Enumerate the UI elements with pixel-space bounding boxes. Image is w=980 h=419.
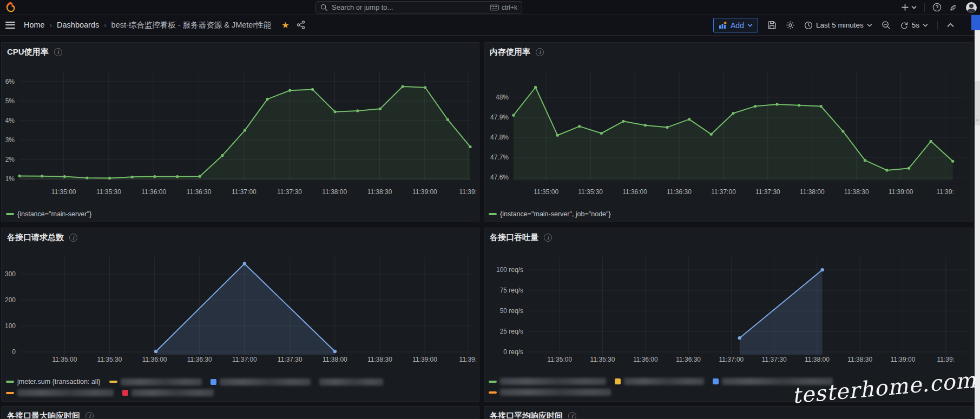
data-point[interactable] — [243, 262, 246, 265]
time-range-picker[interactable]: Last 5 minutes — [804, 21, 872, 30]
clock-icon — [804, 21, 813, 30]
data-point[interactable] — [63, 175, 66, 178]
x-axis-tick-label: 11:35:00 — [547, 356, 572, 363]
panel-title[interactable]: 各接口平均响应时间 — [490, 411, 563, 419]
data-point[interactable] — [732, 112, 734, 115]
data-point[interactable] — [775, 103, 778, 105]
data-point[interactable] — [930, 140, 932, 143]
data-point[interactable] — [754, 105, 757, 108]
panel-title[interactable]: 内存使用率 — [490, 47, 530, 57]
menu-toggle-icon[interactable] — [5, 22, 15, 29]
data-point[interactable] — [356, 109, 359, 112]
data-point[interactable] — [556, 134, 559, 137]
data-point[interactable] — [131, 176, 134, 178]
data-point[interactable] — [18, 175, 21, 177]
data-point[interactable] — [622, 120, 624, 123]
legend-item[interactable] — [211, 378, 311, 385]
grafana-logo[interactable] — [4, 1, 16, 13]
panel-title[interactable]: CPU使用率 — [7, 47, 49, 57]
data-point[interactable] — [401, 85, 404, 88]
data-point[interactable] — [710, 133, 713, 136]
data-point[interactable] — [199, 175, 201, 178]
data-point[interactable] — [864, 159, 866, 162]
favorite-star-icon[interactable]: ★ — [281, 20, 289, 30]
data-point[interactable] — [334, 110, 337, 113]
data-point[interactable] — [644, 124, 647, 127]
data-point[interactable] — [469, 145, 471, 148]
scrollbar-top-segment[interactable] — [971, 15, 980, 30]
save-dashboard-icon[interactable] — [767, 21, 777, 30]
data-point[interactable] — [885, 169, 888, 171]
data-point[interactable] — [820, 105, 823, 108]
data-point[interactable] — [446, 118, 449, 121]
data-point[interactable] — [688, 118, 690, 121]
data-point[interactable] — [798, 104, 800, 107]
collapse-up-icon[interactable] — [947, 23, 954, 28]
breadcrumb-home[interactable]: Home — [24, 21, 45, 29]
legend-item[interactable]: {instance="main-server"} — [6, 210, 91, 218]
info-icon[interactable]: i — [568, 412, 576, 419]
search-input[interactable]: Search or jump to... ctrl+k — [315, 1, 522, 14]
data-point[interactable] — [820, 268, 824, 271]
settings-icon[interactable] — [786, 21, 795, 30]
data-point[interactable] — [512, 114, 515, 117]
x-axis-tick-label: 11:39:00 — [889, 188, 913, 196]
data-point[interactable] — [841, 130, 844, 132]
data-point[interactable] — [600, 132, 603, 135]
breadcrumb-current-dashboard: best-综合监控看板 - 服务器资源 & JMeter性能 — [111, 20, 272, 30]
total-requests-chart[interactable]: 010020030011:35:0011:35:3011:36:0011:36:… — [2, 247, 479, 376]
legend-item[interactable] — [122, 389, 214, 396]
data-point[interactable] — [244, 129, 246, 131]
zoom-out-icon[interactable] — [882, 21, 891, 30]
data-point[interactable] — [333, 350, 337, 353]
help-icon[interactable] — [932, 3, 942, 12]
legend-item[interactable] — [713, 378, 833, 385]
legend-item[interactable] — [319, 378, 383, 385]
legend-item[interactable]: {instance="main-server", job="node"} — [489, 210, 611, 218]
data-point[interactable] — [311, 88, 314, 91]
data-point[interactable] — [738, 336, 741, 340]
panel-title[interactable]: 各接口最大响应时间 — [7, 411, 80, 419]
new-menu-button[interactable] — [901, 3, 917, 11]
data-point[interactable] — [666, 126, 669, 129]
panel-title[interactable]: 各接口请求总数 — [7, 232, 64, 243]
legend-item[interactable] — [6, 389, 114, 396]
data-point[interactable] — [85, 176, 88, 179]
throughput-chart[interactable]: 0 req/s25 req/s50 req/s75 req/s100 req/s… — [484, 247, 973, 376]
data-point[interactable] — [153, 175, 156, 178]
share-icon[interactable] — [297, 21, 305, 29]
data-point[interactable] — [907, 167, 910, 170]
data-point[interactable] — [41, 175, 43, 177]
data-point[interactable] — [154, 350, 157, 353]
info-icon[interactable]: i — [69, 234, 77, 242]
info-icon[interactable]: i — [536, 48, 544, 56]
info-icon[interactable]: i — [54, 48, 62, 56]
data-point[interactable] — [176, 175, 179, 178]
data-point[interactable] — [108, 177, 111, 179]
legend-item[interactable]: jmeter.sum {transaction: all} — [6, 378, 101, 385]
user-avatar[interactable] — [966, 2, 977, 13]
info-icon[interactable]: i — [85, 412, 94, 419]
x-axis-tick-label: 11:35:30 — [96, 188, 121, 196]
refresh-control[interactable]: 5s — [900, 21, 928, 30]
data-point[interactable] — [951, 160, 954, 163]
legend-item[interactable] — [615, 378, 704, 385]
info-icon[interactable]: i — [544, 234, 552, 242]
data-point[interactable] — [424, 86, 426, 89]
data-point[interactable] — [266, 98, 269, 101]
cpu-usage-chart[interactable]: 1%2%3%4%5%6%11:35:0011:35:3011:36:0011:3… — [2, 61, 479, 197]
add-button[interactable]: Add — [713, 18, 758, 32]
memory-usage-chart[interactable]: 47.6%47.7%47.8%47.9%48%11:35:0011:35:301… — [484, 61, 973, 197]
data-point[interactable] — [534, 86, 537, 89]
legend-item[interactable] — [489, 378, 606, 385]
data-point[interactable] — [578, 125, 581, 128]
scrollbar-thumb[interactable] — [975, 81, 980, 125]
data-point[interactable] — [288, 89, 291, 92]
legend-item[interactable] — [489, 389, 611, 396]
breadcrumb-dashboards[interactable]: Dashboards — [57, 21, 99, 29]
legend-item[interactable] — [109, 378, 202, 385]
data-point[interactable] — [221, 154, 223, 157]
panel-title[interactable]: 各接口吞吐量 — [490, 232, 538, 243]
news-icon[interactable] — [949, 3, 958, 12]
data-point[interactable] — [379, 108, 382, 110]
